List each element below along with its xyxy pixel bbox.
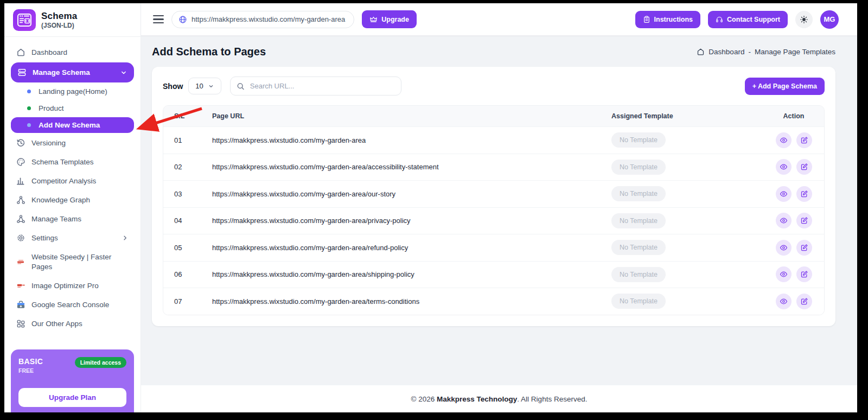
sidebar-item-website-speedy[interactable]: Website Speedy | Faster Pages [11, 248, 134, 276]
sidebar-item-schema-templates[interactable]: Schema Templates [11, 153, 134, 171]
app-name: Schema [41, 11, 77, 22]
plan-card: BASIC FREE Limited access Upgrade Plan [11, 349, 134, 412]
instructions-button[interactable]: Instructions [635, 11, 701, 28]
sidebar-item-google-search-console[interactable]: Google Search Console [11, 296, 134, 314]
edit-button[interactable] [796, 159, 812, 175]
sidebar-subitem-landing-page[interactable]: Landing page(Home) [11, 84, 134, 99]
sidebar-item-label: Image Optimizer Pro [31, 282, 129, 290]
page-content: Add Schema to Pages Dashboard - Manage P… [141, 36, 857, 385]
table-row: 07https://makkpress.wixstudio.com/my-gar… [163, 288, 824, 315]
table-row: 06https://makkpress.wixstudio.com/my-gar… [163, 261, 824, 288]
edit-button[interactable] [796, 240, 812, 256]
page-size-select[interactable]: 10 [188, 78, 221, 94]
footer: © 2026 Makkpress Technology. All Rights … [141, 385, 857, 412]
user-avatar[interactable]: MG [820, 10, 839, 29]
google-search-console-icon [16, 300, 25, 309]
edit-button[interactable] [796, 266, 812, 282]
add-page-schema-button[interactable]: + Add Page Schema [745, 78, 825, 95]
pages-table: S.L Page URL Assigned Template Action 01… [163, 105, 825, 315]
sidebar-item-label: Website Speedy | Faster Pages [31, 252, 129, 271]
row-sl: 05 [163, 244, 212, 252]
sidebar-item-our-other-apps[interactable]: Our Other Apps [11, 315, 134, 333]
edit-button[interactable] [796, 213, 812, 228]
no-template-badge: No Template [611, 186, 666, 201]
edit-icon [800, 136, 808, 144]
search-input[interactable] [230, 77, 401, 96]
breadcrumb-home-icon [697, 48, 705, 56]
breadcrumb-current: Manage Page Templates [755, 48, 835, 56]
row-page-url: https://makkpress.wixstudio.com/my-garde… [212, 244, 611, 252]
page-title: Add Schema to Pages [152, 46, 266, 58]
sidebar-item-knowledge-graph[interactable]: Knowledge Graph [11, 191, 134, 209]
view-button[interactable] [776, 159, 792, 175]
theme-toggle[interactable] [795, 11, 813, 28]
eye-icon [780, 136, 788, 144]
edit-button[interactable] [796, 132, 812, 148]
plan-tier: BASIC [18, 357, 43, 366]
sidebar-item-dashboard[interactable]: Dashboard [11, 43, 134, 61]
breadcrumb: Dashboard - Manage Page Templates [697, 48, 835, 56]
table-header-row: S.L Page URL Assigned Template Action [163, 106, 824, 126]
sidebar-item-label: Manage Teams [31, 215, 129, 223]
upgrade-button[interactable]: Upgrade [362, 10, 417, 28]
bar-chart-icon [16, 176, 25, 186]
view-button[interactable] [776, 213, 792, 228]
sidebar-item-settings[interactable]: Settings [11, 229, 134, 247]
breadcrumb-root[interactable]: Dashboard [709, 48, 744, 56]
sidebar-item-versioning[interactable]: Versioning [11, 134, 134, 152]
sidebar-item-competitor-analysis[interactable]: Competitor Analysis [11, 172, 134, 190]
upgrade-plan-button[interactable]: Upgrade Plan [18, 388, 126, 407]
network-icon [16, 195, 25, 205]
home-icon [16, 48, 25, 57]
add-new-schema-dot-icon [27, 123, 31, 127]
sidebar-subitem-label: Product [39, 104, 64, 112]
edit-icon [800, 297, 808, 306]
header-assigned-template: Assigned Template [611, 112, 763, 120]
sidebar-item-label: Our Other Apps [31, 320, 129, 328]
row-page-url: https://makkpress.wixstudio.com/my-garde… [212, 270, 611, 278]
view-button[interactable] [776, 266, 792, 282]
view-button[interactable] [776, 294, 792, 309]
crown-icon [369, 15, 378, 23]
sidebar-subitem-product[interactable]: Product [11, 100, 134, 116]
sidebar-item-label: Google Search Console [31, 301, 129, 309]
site-url-pill[interactable]: https://makkpress.wixstudio.com/my-garde… [171, 11, 354, 28]
sidebar-item-manage-teams[interactable]: Manage Teams [11, 210, 134, 228]
sidebar-item-label: Versioning [31, 139, 129, 147]
website-speedy-logo-icon [16, 257, 25, 266]
table-row: 04https://makkpress.wixstudio.com/my-gar… [163, 207, 824, 234]
no-template-badge: No Template [611, 294, 666, 309]
app-subtitle: (JSON-LD) [41, 22, 77, 29]
sidebar-item-label: Knowledge Graph [31, 196, 129, 204]
palette-icon [16, 157, 25, 167]
sidebar-subitem-label: Add New Schema [39, 121, 100, 129]
row-page-url: https://makkpress.wixstudio.com/my-garde… [212, 297, 611, 306]
table-row: 05https://makkpress.wixstudio.com/my-gar… [163, 234, 824, 261]
instructions-button-label: Instructions [654, 16, 693, 23]
show-label: Show [163, 82, 183, 91]
edit-button[interactable] [796, 186, 812, 202]
topbar: https://makkpress.wixstudio.com/my-garde… [141, 3, 857, 36]
sidebar-item-manage-schema[interactable]: Manage Schema [11, 62, 134, 82]
table-row: 02https://makkpress.wixstudio.com/my-gar… [163, 154, 824, 181]
row-page-url: https://makkpress.wixstudio.com/my-garde… [212, 217, 611, 225]
hamburger-menu-icon[interactable] [153, 15, 164, 23]
edit-button[interactable] [796, 294, 812, 309]
sidebar-item-image-optimizer-pro[interactable]: Image Optimizer Pro [11, 277, 134, 295]
row-sl: 02 [163, 163, 212, 171]
globe-icon [178, 15, 187, 24]
main-area: https://makkpress.wixstudio.com/my-garde… [141, 3, 857, 412]
product-dot-icon [27, 106, 31, 110]
view-button[interactable] [776, 132, 792, 148]
app-logo-text: Schema (JSON-LD) [41, 11, 77, 29]
site-url-text: https://makkpress.wixstudio.com/my-garde… [192, 15, 345, 23]
view-button[interactable] [776, 186, 792, 202]
view-button[interactable] [776, 240, 792, 256]
no-template-badge: No Template [611, 132, 666, 148]
contact-support-button[interactable]: Contact Support [708, 11, 788, 28]
row-sl: 07 [163, 297, 212, 306]
app-logo-icon [13, 9, 36, 31]
sidebar-subitem-add-new-schema[interactable]: Add New Schema [11, 117, 134, 133]
edit-icon [800, 270, 808, 278]
eye-icon [780, 190, 788, 198]
